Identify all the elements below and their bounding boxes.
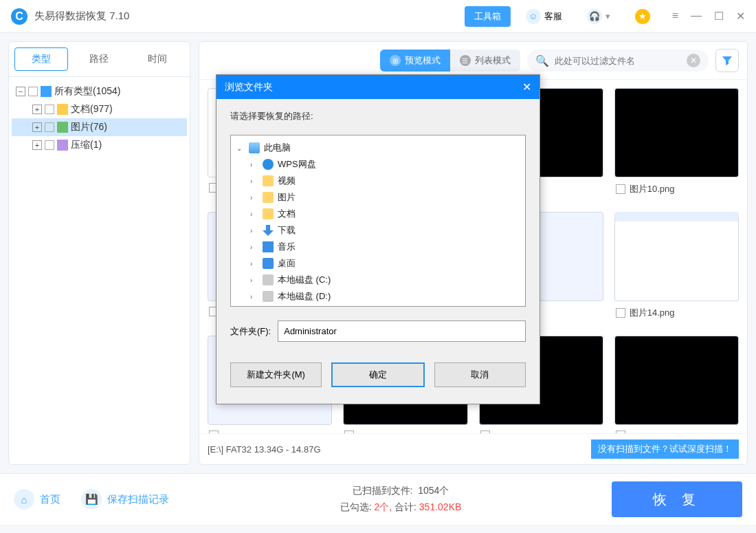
folder-tree-row[interactable]: › 图片 bbox=[234, 189, 522, 206]
pictures-folder-icon bbox=[263, 192, 274, 203]
folder-tree[interactable]: ⌄ 此电脑 › WPS网盘 › 视频 › 图片 bbox=[230, 135, 526, 307]
folder-tree-row[interactable]: › WPS网盘 bbox=[234, 156, 522, 173]
folder-tree-row[interactable]: › 文档 bbox=[234, 206, 522, 222]
chevron-right-icon[interactable]: › bbox=[250, 194, 258, 202]
folder-name-input[interactable] bbox=[278, 320, 526, 342]
dialog-prompt: 请选择要恢复的路径: bbox=[230, 110, 526, 122]
folder-tree-row[interactable]: › 本地磁盘 (D:) bbox=[234, 288, 522, 305]
disk-icon bbox=[263, 291, 274, 302]
desktop-icon bbox=[263, 258, 274, 269]
chevron-right-icon[interactable]: › bbox=[250, 210, 258, 218]
folder-tree-row[interactable]: › 本地磁盘 (C:) bbox=[234, 272, 522, 288]
folder-label: 文件夹(F): bbox=[230, 325, 271, 338]
disk-icon bbox=[263, 274, 274, 285]
cloud-icon bbox=[263, 159, 274, 170]
chevron-right-icon[interactable]: › bbox=[250, 227, 258, 235]
browse-folder-dialog: 浏览文件夹 ✕ 请选择要恢复的路径: ⌄ 此电脑 › WPS网盘 › bbox=[216, 74, 540, 404]
modal-overlay: 浏览文件夹 ✕ 请选择要恢复的路径: ⌄ 此电脑 › WPS网盘 › bbox=[0, 0, 756, 533]
folder-tree-row[interactable]: › 桌面 bbox=[234, 255, 522, 272]
dialog-title: 浏览文件夹 bbox=[225, 81, 273, 94]
chevron-right-icon[interactable]: › bbox=[250, 260, 258, 268]
chevron-right-icon[interactable]: › bbox=[250, 161, 258, 168]
chevron-right-icon[interactable]: › bbox=[250, 177, 258, 185]
cancel-button[interactable]: 取消 bbox=[434, 362, 526, 387]
music-icon bbox=[263, 241, 274, 252]
folder-tree-row[interactable]: ⌄ 此电脑 bbox=[234, 140, 522, 156]
download-icon bbox=[263, 225, 274, 236]
chevron-down-icon[interactable]: ⌄ bbox=[236, 144, 245, 152]
chevron-right-icon[interactable]: › bbox=[250, 276, 258, 284]
pc-icon bbox=[249, 142, 260, 153]
folder-tree-row[interactable]: › 下载 bbox=[234, 222, 522, 239]
ok-button[interactable]: 确定 bbox=[331, 362, 424, 387]
video-folder-icon bbox=[263, 175, 274, 186]
chevron-right-icon[interactable]: › bbox=[250, 243, 258, 251]
folder-tree-row[interactable]: › 音乐 bbox=[234, 239, 522, 255]
dialog-close-button[interactable]: ✕ bbox=[522, 80, 531, 94]
chevron-right-icon[interactable]: › bbox=[250, 293, 258, 301]
folder-tree-row[interactable]: › 视频 bbox=[234, 173, 522, 189]
new-folder-button[interactable]: 新建文件夹(M) bbox=[230, 362, 322, 387]
documents-folder-icon bbox=[263, 208, 274, 219]
